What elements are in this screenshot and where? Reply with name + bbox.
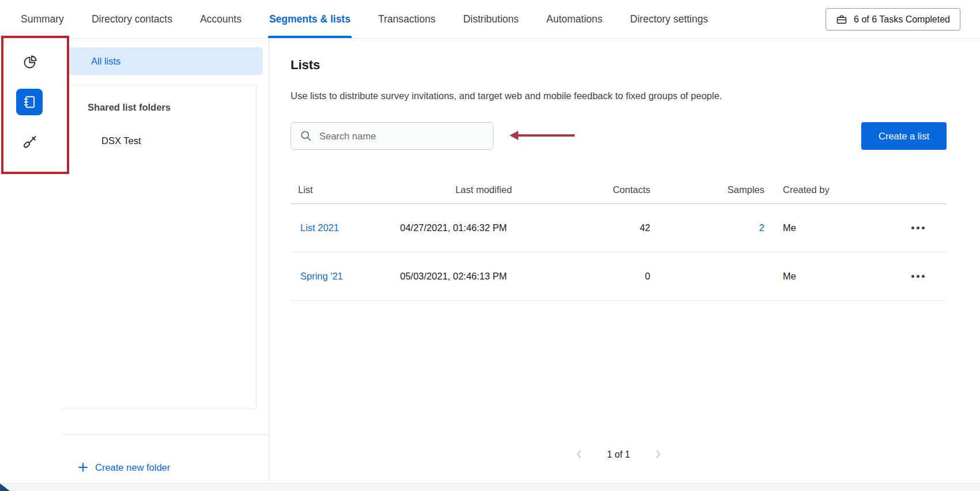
column-header-last-modified: Last modified	[400, 184, 567, 195]
rail-item-tools[interactable]	[16, 129, 43, 156]
contacts-cell: 42	[567, 222, 665, 233]
tab-segments-lists[interactable]: Segments & lists	[269, 0, 350, 38]
previous-page-button[interactable]	[574, 448, 585, 462]
table-row: List 2021 04/27/2021, 01:46:32 PM 42 2 M…	[291, 204, 947, 252]
tab-summary[interactable]: Summary	[21, 0, 64, 38]
rail-item-dashboards[interactable]	[16, 49, 43, 75]
tab-directory-contacts[interactable]: Directory contacts	[92, 0, 172, 38]
column-header-list: List	[291, 184, 400, 195]
created-by-cell: Me	[781, 222, 855, 233]
tab-directory-settings[interactable]: Directory settings	[630, 0, 708, 38]
pagination: 1 of 1	[291, 447, 947, 463]
tools-icon	[22, 135, 37, 150]
corner-decoration	[0, 484, 10, 491]
samples-link[interactable]: 2	[759, 222, 764, 233]
bottom-strip	[0, 483, 980, 491]
ellipsis-icon	[911, 226, 914, 229]
chevron-right-icon	[652, 448, 664, 462]
row-menu-button[interactable]	[910, 271, 926, 281]
last-modified-cell: 05/03/2021, 02:46:13 PM	[400, 271, 567, 282]
column-header-samples: Samples	[665, 184, 781, 195]
search-input[interactable]	[319, 123, 493, 149]
search-box	[291, 122, 493, 150]
page-title: Lists	[291, 58, 320, 73]
arrow-line	[518, 134, 575, 137]
create-new-folder-label: Create new folder	[95, 462, 170, 473]
list-link[interactable]: List 2021	[300, 222, 339, 233]
tab-accounts[interactable]: Accounts	[200, 0, 242, 38]
arrow-head	[510, 131, 518, 140]
table-header-row: List Last modified Contacts Samples Crea…	[291, 176, 947, 204]
pagination-label: 1 of 1	[607, 450, 630, 460]
list-link[interactable]: Spring '21	[300, 271, 343, 281]
sidebar-item-folder-dsx-test[interactable]: DSX Test	[101, 135, 141, 146]
plus-icon	[77, 462, 89, 473]
tab-automations[interactable]: Automations	[546, 0, 602, 38]
nav-tabs: Summary Directory contacts Accounts Segm…	[21, 0, 708, 38]
create-new-folder-button[interactable]: Create new folder	[77, 459, 170, 475]
created-by-cell: Me	[781, 271, 855, 282]
annotation-arrow	[510, 131, 575, 140]
lists-sidebar: All lists Shared list folders DSX Test C…	[62, 39, 269, 483]
ellipsis-icon	[911, 275, 914, 278]
tasks-completed-label: 6 of 6 Tasks Completed	[854, 14, 950, 25]
briefcase-icon	[836, 14, 847, 25]
sidebar-divider	[62, 434, 269, 435]
contacts-cell: 0	[567, 271, 665, 282]
last-modified-cell: 04/27/2021, 01:46:32 PM	[400, 222, 567, 233]
shared-folders-header: Shared list folders	[88, 102, 171, 113]
chevron-left-icon	[574, 448, 585, 462]
table-row: Spring '21 05/03/2021, 02:46:13 PM 0 Me	[291, 252, 947, 301]
tab-distributions[interactable]: Distributions	[463, 0, 518, 38]
top-nav: Summary Directory contacts Accounts Segm…	[0, 0, 980, 39]
row-menu-button[interactable]	[910, 223, 926, 233]
icon-rail	[0, 39, 62, 483]
contacts-book-icon	[22, 95, 37, 109]
shared-folders-panel: Shared list folders DSX Test	[62, 84, 257, 409]
next-page-button[interactable]	[652, 448, 664, 462]
lists-table: List Last modified Contacts Samples Crea…	[291, 176, 947, 301]
main-content: Lists Use lists to distribute survey inv…	[270, 39, 980, 483]
tab-transactions[interactable]: Transactions	[378, 0, 436, 38]
sidebar-item-all-lists[interactable]: All lists	[67, 47, 263, 75]
create-list-button[interactable]: Create a list	[861, 122, 947, 150]
pie-chart-icon	[22, 55, 37, 70]
page-description: Use lists to distribute survey invitatio…	[291, 90, 722, 101]
rail-item-directory-contacts[interactable]	[16, 89, 43, 115]
tasks-completed-button[interactable]: 6 of 6 Tasks Completed	[826, 8, 960, 31]
column-header-created-by: Created by	[781, 184, 855, 195]
column-header-contacts: Contacts	[567, 184, 665, 195]
search-icon	[300, 130, 312, 142]
